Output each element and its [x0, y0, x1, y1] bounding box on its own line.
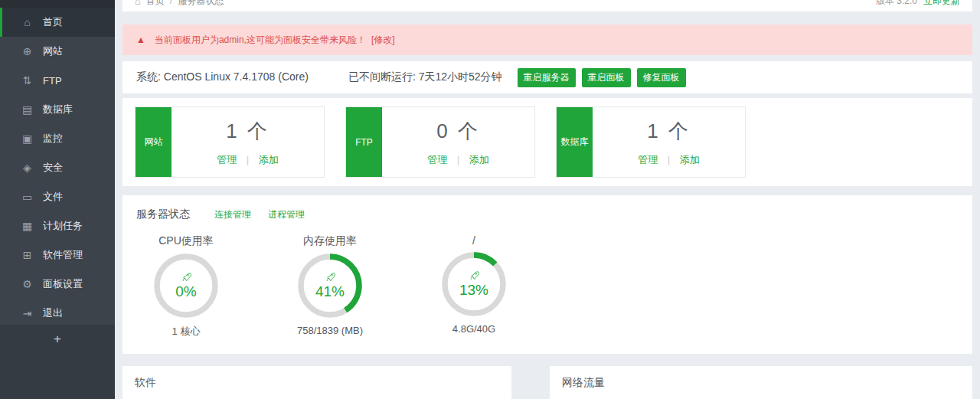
- sidebar-item-cron[interactable]: ▦ 计划任务: [0, 211, 115, 240]
- restart-server-button[interactable]: 重启服务器: [518, 68, 576, 87]
- manage-link[interactable]: 管理: [217, 154, 237, 165]
- sidebar-item-settings[interactable]: ⚙ 面板设置: [0, 270, 115, 299]
- stat-card-body: 1 个 管理 | 添加: [593, 107, 745, 177]
- stat-card-links: 管理 | 添加: [638, 153, 700, 167]
- add-link[interactable]: 添加: [680, 154, 700, 165]
- server-status-title: 服务器状态: [136, 208, 190, 221]
- sidebar-item-label: 网站: [43, 44, 63, 58]
- gauge-donut: 0%: [154, 253, 218, 318]
- database-icon: ▤: [21, 103, 34, 116]
- stat-card-website: 网站 1 个 管理 | 添加: [135, 106, 325, 178]
- server-status-header: 服务器状态 连接管理进程管理: [122, 208, 972, 221]
- gauge-title: 内存使用率: [258, 234, 402, 248]
- logout-icon: ⇥: [21, 307, 34, 319]
- connections-link[interactable]: 连接管理: [214, 208, 251, 221]
- sidebar-logo-strip: [0, 0, 115, 8]
- stat-card-body: 1 个 管理 | 添加: [172, 107, 324, 177]
- rocket-icon: [325, 271, 336, 283]
- add-link[interactable]: 添加: [469, 154, 489, 165]
- repair-panel-button[interactable]: 修复面板: [637, 68, 686, 87]
- globe-icon: ⊕: [21, 45, 34, 57]
- server-status-panel: 服务器状态 连接管理进程管理 CPU使用率 0% 1 核心 内存使用率: [122, 195, 972, 354]
- rocket-icon: [181, 271, 192, 283]
- stat-card-links: 管理 | 添加: [427, 153, 489, 167]
- ftp-icon: ⇅: [21, 74, 34, 87]
- sidebar-item-security[interactable]: ◈ 安全: [0, 153, 115, 182]
- breadcrumb-separator: /: [170, 0, 172, 6]
- network-traffic-panel-title: 网络流量: [562, 376, 605, 388]
- restart-panel-button[interactable]: 重启面板: [582, 68, 631, 87]
- sidebar-item-label: 退出: [43, 306, 63, 320]
- sidebar-item-logout[interactable]: ⇥ 退出: [0, 299, 115, 328]
- stat-card-links: 管理 | 添加: [217, 153, 279, 167]
- topbar: ⌂ 首页 / 服务器状态 版本 3.2.0 立即更新: [122, 0, 972, 11]
- add-link[interactable]: 添加: [259, 154, 279, 165]
- gauge-sub-label: 4.8G/40G: [402, 323, 546, 335]
- gauge-memory: 内存使用率 41% 758/1839 (MB): [258, 234, 402, 338]
- gauge-sub-label: 758/1839 (MB): [258, 325, 402, 336]
- breadcrumb-home-icon: ⌂: [135, 0, 141, 7]
- files-icon: ▭: [21, 191, 34, 203]
- stat-card-database: 数据库 1 个 管理 | 添加: [556, 106, 746, 178]
- gauge-center: 0%: [154, 253, 218, 318]
- update-now-link[interactable]: 立即更新: [923, 0, 960, 8]
- sidebar-item-files[interactable]: ▭ 文件: [0, 182, 115, 211]
- gauge-percent: 41%: [315, 283, 345, 300]
- rocket-icon: [469, 270, 480, 281]
- breadcrumb-current: 服务器状态: [178, 0, 224, 8]
- settings-icon: ⚙: [21, 278, 34, 290]
- sidebar-item-software[interactable]: ⊞ 软件管理: [0, 240, 115, 270]
- software-panel-title: 软件: [135, 376, 156, 388]
- stat-card-count: 1 个: [226, 118, 270, 145]
- version-label: 版本 3.2.0: [876, 0, 917, 8]
- sidebar-item-monitor[interactable]: ▣ 监控: [0, 124, 115, 153]
- stat-card-badge: 网站: [136, 107, 172, 177]
- warning-message: 当前面板用户为admin,这可能为面板安全带来风险！: [155, 34, 366, 47]
- sidebar-bottom: +: [0, 325, 115, 399]
- gauge-donut: 41%: [298, 253, 362, 318]
- gauge-center: 13%: [442, 252, 506, 316]
- warning-icon: ▲: [136, 34, 145, 45]
- gauge-disk-root: / 13% 4.8G/40G: [402, 234, 546, 338]
- gauge-percent: 13%: [459, 282, 488, 299]
- links-divider: |: [457, 154, 459, 165]
- sidebar-item-home[interactable]: ⌂ 首页: [0, 8, 115, 37]
- security-icon: ◈: [21, 162, 34, 174]
- manage-link[interactable]: 管理: [638, 154, 658, 165]
- gauge-title: /: [402, 234, 546, 247]
- server-status-links: 连接管理进程管理: [214, 208, 305, 221]
- gauge-center: 41%: [298, 253, 362, 318]
- sidebar-item-label: FTP: [43, 75, 62, 87]
- sidebar: ⌂ 首页 ⊕ 网站 ⇅ FTP ▤ 数据库 ▣ 监控 ◈ 安全 ▭ 文件 ▦ 计…: [0, 0, 115, 399]
- gauge-cpu: CPU使用率 0% 1 核心: [114, 234, 258, 338]
- sidebar-item-website[interactable]: ⊕ 网站: [0, 37, 115, 66]
- system-os-label: 系统: CentOS Linux 7.4.1708 (Core): [136, 70, 309, 84]
- stat-card-ftp: FTP 0 个 管理 | 添加: [345, 106, 535, 178]
- bt-panel-dashboard: ⌂ 首页 ⊕ 网站 ⇅ FTP ▤ 数据库 ▣ 监控 ◈ 安全 ▭ 文件 ▦ 计…: [0, 0, 980, 399]
- sidebar-item-database[interactable]: ▤ 数据库: [0, 95, 115, 124]
- links-divider: |: [668, 154, 670, 165]
- breadcrumb-home-link[interactable]: 首页: [146, 0, 165, 8]
- sidebar-menu: ⌂ 首页 ⊕ 网站 ⇅ FTP ▤ 数据库 ▣ 监控 ◈ 安全 ▭ 文件 ▦ 计…: [0, 8, 115, 328]
- system-uptime-label: 已不间断运行: 7天12小时52分钟: [348, 70, 502, 84]
- sidebar-item-label: 文件: [43, 190, 63, 204]
- warning-modify-link[interactable]: [修改]: [371, 34, 395, 47]
- software-icon: ⊞: [21, 249, 34, 261]
- system-buttons: 重启服务器重启面板修复面板: [518, 68, 686, 87]
- stat-card-body: 0 个 管理 | 添加: [382, 107, 534, 177]
- manage-link[interactable]: 管理: [427, 154, 447, 165]
- cron-icon: ▦: [21, 220, 34, 232]
- add-menu-button[interactable]: +: [54, 332, 61, 347]
- sidebar-item-label: 软件管理: [43, 248, 83, 262]
- gauge-percent: 0%: [175, 283, 196, 300]
- system-bar: 系统: CentOS Linux 7.4.1708 (Core) 已不间断运行:…: [122, 61, 972, 93]
- stat-card-badge: FTP: [346, 107, 382, 177]
- gauge-title: CPU使用率: [114, 234, 258, 248]
- sidebar-item-label: 安全: [43, 161, 63, 175]
- home-icon: ⌂: [21, 16, 34, 28]
- stat-card-count: 1 个: [647, 118, 691, 145]
- sidebar-item-label: 首页: [43, 15, 63, 29]
- processes-link[interactable]: 进程管理: [268, 208, 305, 221]
- sidebar-item-ftp[interactable]: ⇅ FTP: [0, 66, 115, 95]
- links-divider: |: [247, 154, 249, 165]
